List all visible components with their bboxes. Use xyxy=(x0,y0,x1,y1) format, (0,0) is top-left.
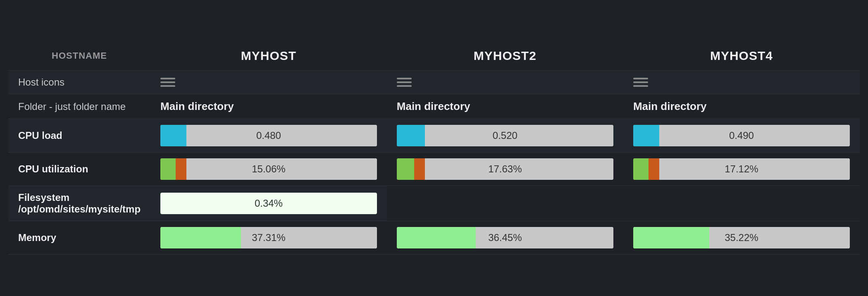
hamburger-line xyxy=(160,85,175,87)
cpu-load-bar-1: 0.480 xyxy=(160,125,377,146)
mem-green-2 xyxy=(397,227,476,248)
cpu-util-orange-3 xyxy=(649,158,659,180)
cpu-util-rest-3 xyxy=(659,158,850,180)
cpu-load-rest-3 xyxy=(659,125,850,146)
host1-folder: Main directory xyxy=(150,94,387,119)
cpu-util-orange-1 xyxy=(176,158,186,180)
memory-row: Memory 37.31% 36.45% xyxy=(8,221,860,255)
host1-filesystem: 0.34% xyxy=(150,186,387,221)
mem-green-3 xyxy=(633,227,710,248)
host3-header: myhost4 xyxy=(623,41,860,71)
memory-label: Memory xyxy=(8,221,150,255)
hostname-label: HOSTNAME xyxy=(8,41,150,71)
host2-filesystem-empty xyxy=(387,186,623,221)
cpu-util-label: CPU utilization xyxy=(8,153,150,186)
cpu-util-row: CPU utilization 15.06% 17.63% xyxy=(8,153,860,186)
cpu-util-bar-3: 17.12% xyxy=(633,158,850,180)
main-directory-2: Main directory xyxy=(397,100,470,112)
host3-cpu-load: 0.490 xyxy=(623,119,860,153)
cpu-util-bar-1: 15.06% xyxy=(160,158,377,180)
hamburger-line xyxy=(397,78,412,79)
host3-memory: 35.22% xyxy=(623,221,860,255)
filesystem-row: Filesystem /opt/omd/sites/mysite/tmp 0.3… xyxy=(8,186,860,221)
mem-bar-1: 37.31% xyxy=(160,227,377,248)
header-row: HOSTNAME myhost myhost2 myhost4 xyxy=(8,41,860,71)
cpu-load-row: CPU load 0.480 0.520 xyxy=(8,119,860,153)
mem-green-1 xyxy=(160,227,241,248)
mem-bar-2: 36.45% xyxy=(397,227,613,248)
cpu-load-cyan-3 xyxy=(633,125,659,146)
host3-cpu-util: 17.12% xyxy=(623,153,860,186)
fs-value-1: 0.34% xyxy=(160,198,377,209)
cpu-load-bar-3: 0.490 xyxy=(633,125,850,146)
cpu-load-rest-2 xyxy=(425,125,613,146)
host2-cpu-load: 0.520 xyxy=(387,119,623,153)
host1-icons xyxy=(150,71,387,94)
host2-memory: 36.45% xyxy=(387,221,623,255)
cpu-util-green-2 xyxy=(397,158,414,180)
folder-label: Folder - just folder name xyxy=(8,94,150,119)
cpu-util-green-1 xyxy=(160,158,176,180)
hamburger-icon-3 xyxy=(633,78,648,87)
mem-rest-3 xyxy=(709,227,850,248)
cpu-load-cyan-2 xyxy=(397,125,425,146)
mem-bar-3: 35.22% xyxy=(633,227,850,248)
host1-cpu-util: 15.06% xyxy=(150,153,387,186)
main-directory-3: Main directory xyxy=(633,100,707,112)
host1-memory: 37.31% xyxy=(150,221,387,255)
hamburger-line xyxy=(397,81,412,83)
hamburger-line xyxy=(160,81,175,83)
main-directory-1: Main directory xyxy=(160,100,234,112)
host2-folder: Main directory xyxy=(387,94,623,119)
cpu-load-rest-1 xyxy=(186,125,377,146)
mem-rest-1 xyxy=(241,227,377,248)
fs-bar-1: 0.34% xyxy=(160,193,377,214)
cpu-util-rest-1 xyxy=(186,158,377,180)
main-table: HOSTNAME myhost myhost2 myhost4 Host ico… xyxy=(8,41,860,255)
hamburger-icon-1 xyxy=(160,78,175,87)
hamburger-icon-2 xyxy=(397,78,412,87)
host2-header: myhost2 xyxy=(387,41,623,71)
folder-row: Folder - just folder name Main directory… xyxy=(8,94,860,119)
host2-cpu-util: 17.63% xyxy=(387,153,623,186)
cpu-util-orange-2 xyxy=(414,158,425,180)
filesystem-label: Filesystem /opt/omd/sites/mysite/tmp xyxy=(8,186,150,221)
cpu-load-bar-2: 0.520 xyxy=(397,125,613,146)
cpu-util-green-3 xyxy=(633,158,649,180)
cpu-util-bar-2: 17.63% xyxy=(397,158,613,180)
host-icons-label: Host icons xyxy=(8,71,150,94)
cpu-load-label: CPU load xyxy=(8,119,150,153)
cpu-load-cyan-1 xyxy=(160,125,186,146)
host-icons-row: Host icons xyxy=(8,71,860,94)
hamburger-line xyxy=(633,85,648,87)
mem-rest-2 xyxy=(476,227,613,248)
host2-icons xyxy=(387,71,623,94)
host3-folder: Main directory xyxy=(623,94,860,119)
host1-cpu-load: 0.480 xyxy=(150,119,387,153)
host1-header: myhost xyxy=(150,41,387,71)
hamburger-line xyxy=(633,78,648,79)
host3-filesystem-empty xyxy=(623,186,860,221)
hamburger-line xyxy=(397,85,412,87)
cpu-util-rest-2 xyxy=(425,158,613,180)
host3-icons xyxy=(623,71,860,94)
hamburger-line xyxy=(160,78,175,79)
hamburger-line xyxy=(633,81,648,83)
